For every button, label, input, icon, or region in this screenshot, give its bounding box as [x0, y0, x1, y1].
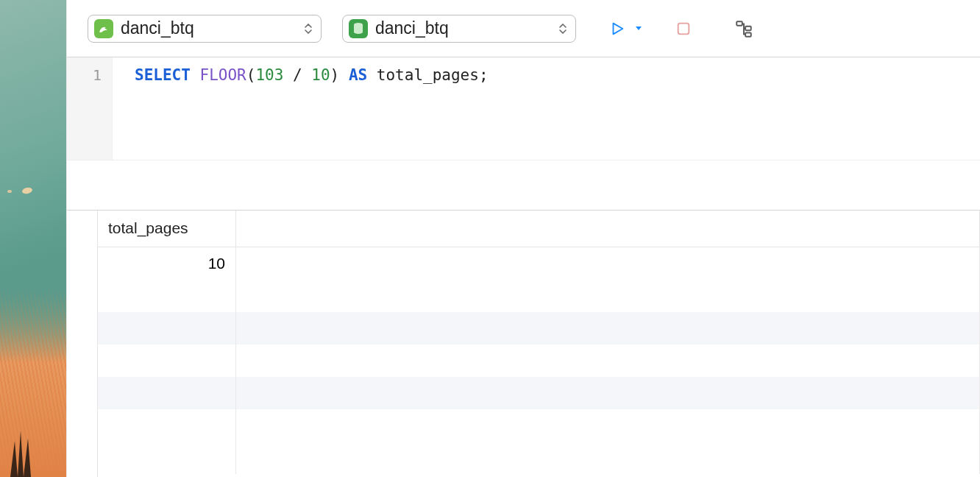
table-row[interactable]: [98, 377, 980, 409]
run-button[interactable]: [604, 15, 631, 42]
connection-dropdown[interactable]: danci_btq: [88, 15, 322, 43]
mysql-connection-icon: [94, 19, 113, 38]
sql-editor-app: danci_btq danci_btq: [66, 0, 980, 477]
table-row[interactable]: 10: [98, 247, 980, 280]
table-row[interactable]: [98, 409, 980, 442]
schema-dropdown[interactable]: danci_btq: [342, 15, 576, 43]
column-header-total-pages[interactable]: total_pages: [98, 211, 236, 247]
desktop-wallpaper-sliver: [0, 0, 66, 477]
svg-rect-5: [745, 32, 751, 36]
line-gutter: 1: [67, 57, 113, 160]
table-row[interactable]: [98, 312, 980, 344]
results-header-row: total_pages: [98, 211, 980, 247]
svg-rect-4: [745, 26, 751, 29]
schema-label: danci_btq: [375, 18, 550, 38]
updown-chevron-icon: [558, 21, 568, 37]
sql-code-line[interactable]: SELECT FLOOR(103 / 10) AS total_pages;: [113, 57, 489, 160]
editor-toolbar: danci_btq danci_btq: [67, 0, 980, 57]
run-options-chevron[interactable]: [632, 15, 645, 42]
results-grid: total_pages 10: [67, 211, 980, 477]
row-number-column: [67, 211, 98, 477]
table-row[interactable]: [98, 442, 980, 474]
table-row[interactable]: [98, 280, 980, 312]
results-toolbar-spacer: [67, 160, 980, 211]
stop-button[interactable]: [670, 15, 697, 42]
sql-editor[interactable]: 1 SELECT FLOOR(103 / 10) AS total_pages;: [67, 57, 980, 160]
svg-rect-3: [736, 21, 742, 25]
cell-total-pages: 10: [98, 247, 236, 280]
column-header-empty: [236, 211, 980, 247]
table-row[interactable]: [98, 344, 980, 377]
explain-plan-button[interactable]: [731, 15, 757, 42]
svg-rect-2: [678, 23, 689, 34]
line-number: 1: [67, 66, 102, 84]
connection-label: danci_btq: [121, 18, 296, 38]
database-icon: [349, 19, 368, 38]
updown-chevron-icon: [303, 21, 313, 37]
